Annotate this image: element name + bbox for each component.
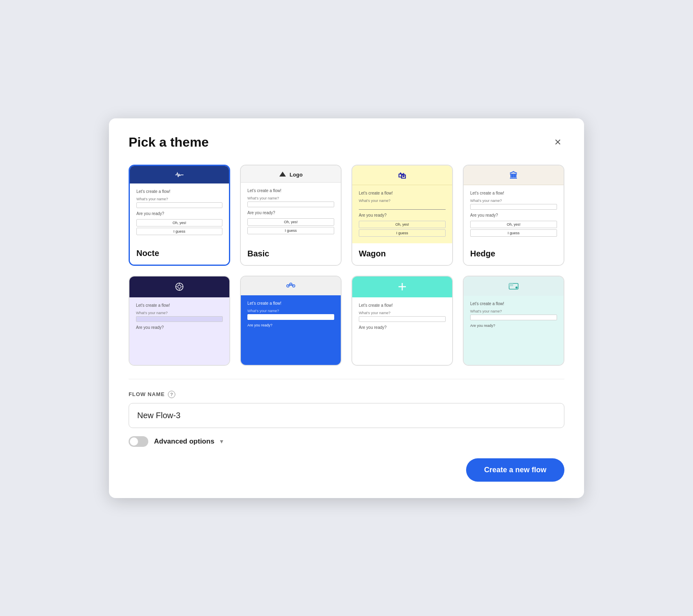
advanced-row: Advanced options ▾ xyxy=(129,436,564,447)
flow-name-label: FLOW NAME ? xyxy=(129,391,564,398)
help-icon[interactable]: ? xyxy=(168,391,175,398)
svg-rect-15 xyxy=(509,283,513,286)
theme-grid: Let's create a flow! What's your name? A… xyxy=(129,165,564,366)
pick-theme-modal: Pick a theme × Let's create a flow! What… xyxy=(109,118,584,498)
blue-body: Let's create a flow! What's your name? A… xyxy=(241,295,341,365)
wagon-label: Wagon xyxy=(352,243,452,265)
wagon-btn-guess: I guess xyxy=(359,229,446,237)
close-button[interactable]: × xyxy=(551,135,564,149)
theme-card-teal[interactable]: Let's create a flow! What's your name? A… xyxy=(351,276,453,366)
nocte-btn-group: Oh, yes! I guess xyxy=(136,219,222,235)
nocte-header xyxy=(130,166,229,183)
nocte2-header xyxy=(129,276,229,297)
theme-card-lt[interactable]: Let's create a flow! What's your name? A… xyxy=(463,276,564,366)
nocte-fake-input xyxy=(136,202,222,208)
create-flow-button[interactable]: Create a new flow xyxy=(466,458,564,482)
chevron-down-icon: ▾ xyxy=(220,437,223,445)
nocte-body: Let's create a flow! What's your name? A… xyxy=(130,183,229,243)
blue-flow-text: Let's create a flow! xyxy=(247,301,334,306)
flow-name-text: FLOW NAME xyxy=(129,391,165,397)
basic-icon xyxy=(279,171,286,178)
hedge-icon: 🏛 xyxy=(510,171,518,181)
svg-point-16 xyxy=(516,286,518,288)
svg-point-2 xyxy=(178,285,181,288)
nocte2-ready-text: Are you ready? xyxy=(136,325,223,330)
theme-card-hedge[interactable]: 🏛 Let's create a flow! What's your name?… xyxy=(463,165,564,266)
theme-card-wagon[interactable]: 🛍 Let's create a flow! What's your name?… xyxy=(351,165,453,266)
nocte-btn-guess: I guess xyxy=(136,228,222,235)
nocte-field-label: What's your name? xyxy=(136,197,222,201)
teal-ready-text: Are you ready? xyxy=(359,325,446,330)
hedge-ready-text: Are you ready? xyxy=(470,213,557,217)
nocte2-icon xyxy=(175,282,184,293)
hedge-field-label: What's your name? xyxy=(470,199,557,203)
theme-card-blue[interactable]: Let's create a flow! What's your name? A… xyxy=(240,276,342,366)
wagon-btn-group: Oh, yes! I guess xyxy=(359,221,446,237)
hedge-btn-yes: Oh, yes! xyxy=(470,221,557,228)
theme-card-nocte[interactable]: Let's create a flow! What's your name? A… xyxy=(129,165,230,266)
blue-field-label: What's your name? xyxy=(247,309,334,313)
hedge-label: Hedge xyxy=(464,243,564,265)
modal-title: Pick a theme xyxy=(129,135,209,150)
lt-header xyxy=(464,276,564,296)
theme-card-basic[interactable]: Logo Let's create a flow! What's your na… xyxy=(240,165,342,266)
basic-btn-yes: Oh, yes! xyxy=(247,218,334,226)
bottom-section: FLOW NAME ? Advanced options ▾ Create a … xyxy=(129,379,564,482)
lt-fake-input xyxy=(470,315,557,320)
hedge-body: Let's create a flow! What's your name? A… xyxy=(464,185,564,243)
wagon-fake-input xyxy=(359,204,446,210)
basic-header: Logo xyxy=(241,165,341,183)
basic-field-label: What's your name? xyxy=(247,196,334,200)
advanced-label: Advanced options xyxy=(154,437,214,446)
teal-icon xyxy=(398,282,407,293)
nocte-ready-text: Are you ready? xyxy=(136,211,222,216)
teal-fake-input xyxy=(359,316,446,322)
basic-btn-guess: I guess xyxy=(247,227,334,234)
nocte2-flow-text: Let's create a flow! xyxy=(136,303,223,308)
basic-fake-input xyxy=(247,202,334,207)
flow-name-input[interactable] xyxy=(129,403,564,428)
basic-ready-text: Are you ready? xyxy=(247,211,334,215)
nocte2-body: Let's create a flow! What's your name? A… xyxy=(129,297,229,365)
theme-card-nocte2[interactable]: Let's create a flow! What's your name? A… xyxy=(129,276,230,366)
modal-header: Pick a theme × xyxy=(129,135,564,150)
teal-body: Let's create a flow! What's your name? A… xyxy=(352,297,452,365)
basic-logo-text: Logo xyxy=(290,172,303,178)
lt-body: Let's create a flow! What's your name? A… xyxy=(464,296,564,365)
nocte-label: Nocte xyxy=(130,243,229,265)
lt-field-label: What's your name? xyxy=(470,309,557,313)
blue-icon xyxy=(285,282,297,291)
lt-icon xyxy=(509,282,519,292)
basic-label: Basic xyxy=(241,243,341,265)
wagon-ready-text: Are you ready? xyxy=(359,213,446,217)
footer-row: Create a new flow xyxy=(129,458,564,482)
advanced-toggle[interactable] xyxy=(129,436,148,447)
teal-flow-text: Let's create a flow! xyxy=(359,303,446,308)
hedge-btn-group: Oh, yes! I guess xyxy=(470,221,557,237)
lt-flow-text: Let's create a flow! xyxy=(470,301,557,306)
basic-btn-group: Oh, yes! I guess xyxy=(247,218,334,234)
hedge-btn-guess: I guess xyxy=(470,229,557,237)
teal-field-label: What's your name? xyxy=(359,311,446,315)
nocte-btn-yes: Oh, yes! xyxy=(136,219,222,226)
svg-marker-0 xyxy=(279,172,286,177)
nocte2-fake-input xyxy=(136,316,223,322)
lt-ready-text: Are you ready? xyxy=(470,324,557,328)
basic-flow-text: Let's create a flow! xyxy=(247,188,334,193)
hedge-header: 🏛 xyxy=(464,165,564,185)
nocte2-field-label: What's your name? xyxy=(136,311,223,315)
blue-header xyxy=(241,276,341,295)
wagon-header: 🛍 xyxy=(352,165,452,185)
wagon-flow-text: Let's create a flow! xyxy=(359,191,446,195)
wagon-btn-yes: Oh, yes! xyxy=(359,221,446,228)
wagon-field-label: What's your name? xyxy=(359,199,446,203)
blue-ready-text: Are you ready? xyxy=(247,323,334,327)
wagon-icon: 🛍 xyxy=(398,171,406,181)
blue-fake-input xyxy=(247,314,334,320)
hedge-flow-text: Let's create a flow! xyxy=(470,191,557,195)
basic-body: Let's create a flow! What's your name? A… xyxy=(241,183,341,243)
nocte-flow-text: Let's create a flow! xyxy=(136,189,222,194)
nocte-icon xyxy=(175,172,184,179)
teal-header xyxy=(352,276,452,297)
hedge-fake-input xyxy=(470,204,557,210)
